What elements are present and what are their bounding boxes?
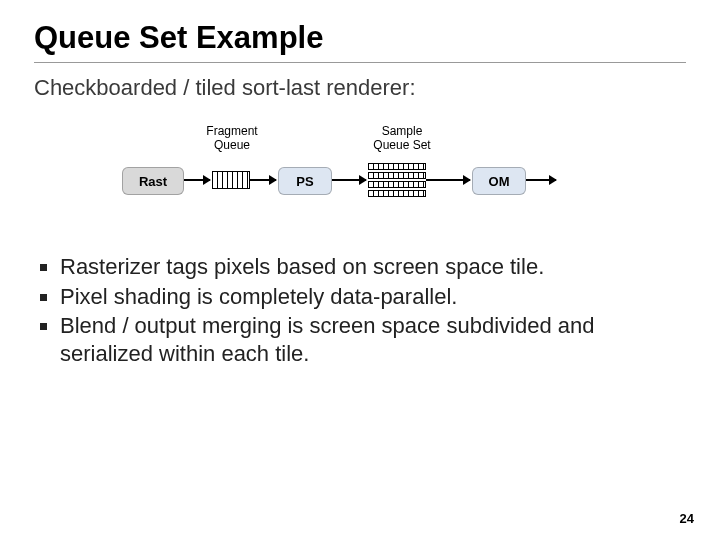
connector-ps-to-qset — [332, 179, 366, 181]
page-number: 24 — [680, 511, 694, 526]
sample-queue-set — [368, 163, 426, 197]
list-item: Pixel shading is completely data-paralle… — [60, 283, 686, 311]
fragment-queue-label: Fragment Queue — [198, 125, 266, 153]
connector-om-out — [526, 179, 556, 181]
connector-qset-to-om — [426, 179, 470, 181]
subtitle: Checkboarded / tiled sort-last renderer: — [34, 75, 686, 101]
list-item: Rasterizer tags pixels based on screen s… — [60, 253, 686, 281]
page-title: Queue Set Example — [34, 20, 686, 56]
list-item: Blend / output merging is screen space s… — [60, 312, 686, 367]
bullet-list: Rasterizer tags pixels based on screen s… — [34, 253, 686, 367]
fragment-queue — [212, 171, 250, 189]
divider — [34, 62, 686, 63]
node-om: OM — [472, 167, 526, 195]
connector-rast-to-queue — [184, 179, 210, 181]
pipeline-diagram: Fragment Queue Sample Queue Set Rast PS … — [34, 119, 686, 229]
sample-queue-set-label: Sample Queue Set — [368, 125, 436, 153]
connector-queue-to-ps — [250, 179, 276, 181]
node-ps: PS — [278, 167, 332, 195]
node-rast: Rast — [122, 167, 184, 195]
